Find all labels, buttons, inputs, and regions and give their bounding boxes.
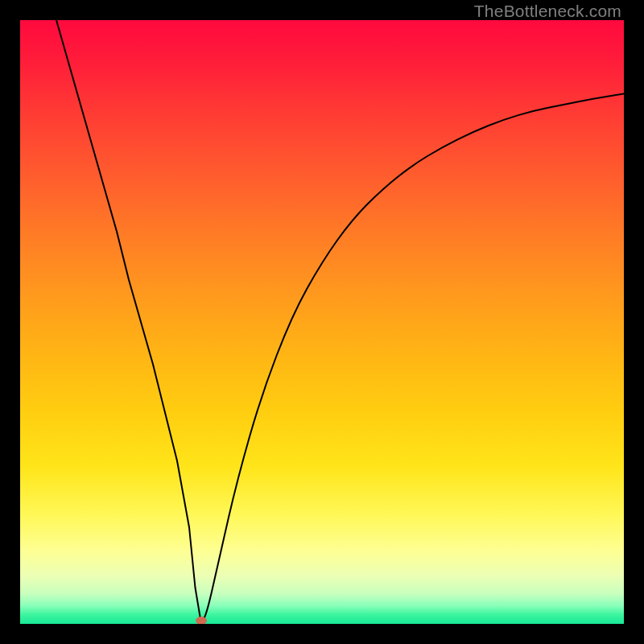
plot-area: [20, 20, 624, 624]
chart-frame: TheBottleneck.com: [0, 0, 644, 644]
bottleneck-curve: [56, 20, 624, 624]
curve-svg: [20, 20, 624, 624]
watermark-text: TheBottleneck.com: [474, 2, 621, 21]
